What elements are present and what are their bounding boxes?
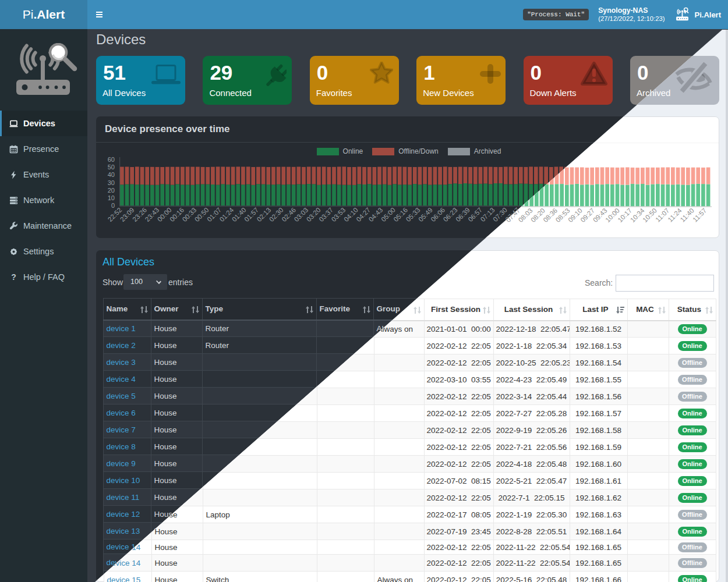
svg-text:40: 40 (108, 171, 115, 178)
svg-text:30: 30 (108, 179, 115, 186)
svg-text:10:50: 10:50 (641, 207, 658, 223)
svg-text:50: 50 (108, 164, 115, 171)
svg-text:0: 0 (111, 202, 115, 209)
svg-text:60: 60 (108, 156, 115, 163)
svg-text:20: 20 (108, 187, 115, 194)
svg-text:10: 10 (108, 194, 115, 201)
svg-text:11:57: 11:57 (691, 207, 708, 223)
svg-text:11:07: 11:07 (654, 207, 670, 223)
svg-text:11:40: 11:40 (679, 207, 695, 223)
